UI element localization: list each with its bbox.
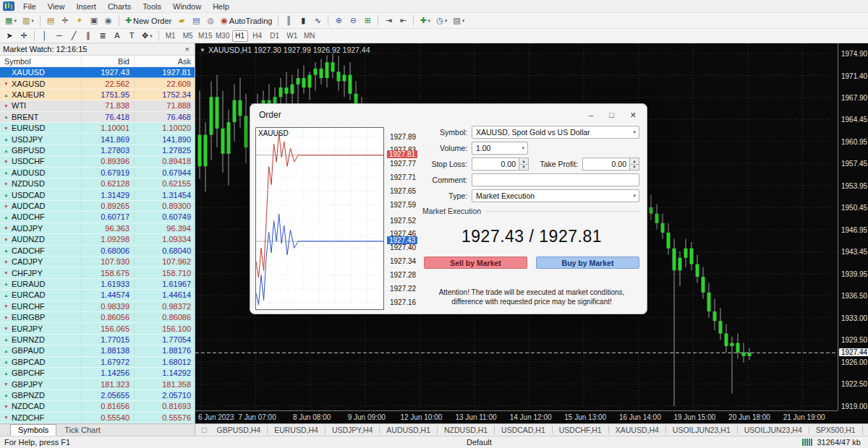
- volume-select[interactable]: 1.00 ▾: [472, 142, 528, 155]
- take-profit-spinner[interactable]: ▲▼: [630, 158, 639, 171]
- text-button[interactable]: A: [110, 30, 124, 43]
- timeframe-w1[interactable]: W1: [284, 30, 300, 42]
- timeframe-h4[interactable]: H4: [250, 30, 265, 42]
- market-watch-row-audusd[interactable]: ▲AUDUSD0.679190.67944: [0, 168, 195, 178]
- menu-window[interactable]: Window: [167, 1, 207, 12]
- market-watch-row-gbpjpy[interactable]: ▼GBPJPY181.323181.358: [0, 379, 195, 389]
- column-symbol[interactable]: Symbol: [0, 57, 81, 66]
- market-watch-row-nzdusd[interactable]: ▼NZDUSD0.621280.62155: [0, 178, 195, 189]
- dropdown-arrow-icon[interactable]: ▾: [150, 33, 153, 39]
- time-axis[interactable]: 6 Jun 20237 Jun 07:008 Jun 08:009 Jun 09…: [195, 410, 838, 423]
- chart-tab-gbpusd-h4[interactable]: GBPUSD,H4: [210, 426, 268, 434]
- market-watch-row-usdjpy[interactable]: ▲USDJPY141.869141.890: [0, 134, 195, 145]
- templates-button[interactable]: ▨▾: [450, 14, 467, 27]
- tab-tick-chart[interactable]: Tick Chart: [56, 424, 109, 436]
- sell-by-market-button[interactable]: Sell by Market: [424, 257, 527, 269]
- horizontal-line-button[interactable]: ─: [52, 30, 67, 43]
- dropdown-arrow-icon[interactable]: ▾: [462, 18, 465, 24]
- new-order-button[interactable]: ✚ New Order: [122, 14, 174, 27]
- periods-button[interactable]: ◷▾: [433, 14, 450, 27]
- menu-file[interactable]: File: [17, 1, 42, 12]
- data-window-button[interactable]: ✛: [58, 14, 72, 27]
- market-watch-row-eurchf[interactable]: ▼EURCHF0.983390.98372: [0, 301, 195, 312]
- autoscroll-button[interactable]: ⇥: [381, 14, 396, 27]
- take-profit-field[interactable]: 0.00 ▲▼: [582, 158, 639, 171]
- market-watch-row-audcad[interactable]: ▼AUDCAD0.892650.89300: [0, 201, 195, 212]
- new-chart-button[interactable]: ▦▾: [2, 14, 20, 27]
- market-watch-row-eurjpy[interactable]: ▼EURJPY156.065156.100: [0, 323, 195, 334]
- navigator-button[interactable]: ✦: [72, 14, 87, 27]
- chart-collapse-icon[interactable]: ▼: [200, 47, 205, 53]
- market-watch-row-gbpchf[interactable]: ▲GBPCHF1.142561.14292: [0, 368, 195, 379]
- tab-symbols[interactable]: Symbols: [10, 424, 56, 436]
- market-watch-row-cadjpy[interactable]: ▼CADJPY107.930107.962: [0, 257, 195, 267]
- menu-view[interactable]: View: [42, 1, 71, 12]
- chart-tab-usoiljun23-h4[interactable]: USOILJUN23,H4: [738, 426, 809, 434]
- zoom-in-button[interactable]: ⊕: [331, 14, 346, 27]
- column-bid[interactable]: Bid: [81, 56, 134, 66]
- chart-tab-spx500-h1[interactable]: SPX500,H1: [809, 426, 863, 434]
- maximize-icon[interactable]: □: [609, 111, 614, 119]
- market-watch-row-brent[interactable]: ▲BRENT76.41876.468: [0, 112, 195, 123]
- candle-chart-button[interactable]: ▮: [296, 14, 310, 27]
- market-watch-row-cadchf[interactable]: ▲CADCHF0.680060.68040: [0, 246, 195, 257]
- market-watch-titlebar[interactable]: Market Watch: 12:16:15 ×: [0, 43, 195, 56]
- toolbox-button[interactable]: ▣: [87, 14, 101, 27]
- order-dialog-titlebar[interactable]: Order – □ ✕: [250, 104, 647, 123]
- bar-chart-button[interactable]: ║: [281, 14, 296, 27]
- market-watch-row-xaueur[interactable]: ▲XAUEUR1751.951752.34: [0, 90, 195, 100]
- minimize-icon[interactable]: –: [589, 111, 593, 119]
- market-watch-row-gbpcad[interactable]: ▲GBPCAD1.679721.68012: [0, 357, 195, 368]
- market-watch-row-audnzd[interactable]: ▼AUDNZD1.092981.09334: [0, 234, 195, 245]
- timeframe-m15[interactable]: M15: [197, 30, 213, 42]
- dropdown-arrow-icon[interactable]: ▾: [31, 18, 34, 24]
- market-watch-button[interactable]: ▤: [43, 14, 58, 27]
- equidistant-channel-button[interactable]: ∥: [81, 30, 95, 43]
- menu-charts[interactable]: Charts: [102, 1, 137, 12]
- chart-tab-xauusd-h4[interactable]: XAUUSD,H4: [609, 426, 666, 434]
- timeframe-m5[interactable]: M5: [180, 30, 196, 42]
- comment-input[interactable]: [472, 173, 639, 186]
- trendline-button[interactable]: ╱: [67, 30, 81, 43]
- buy-by-market-button[interactable]: Buy by Market: [536, 257, 639, 269]
- market-watch-row-wti[interactable]: ▼WTI71.83871.888: [0, 100, 195, 111]
- chart-tab-usdchf-h1[interactable]: USDCHF,H1: [553, 426, 609, 434]
- dropdown-arrow-icon[interactable]: ▾: [14, 18, 17, 24]
- market-watch-row-xagusd[interactable]: ▼XAGUSD22.56222.609: [0, 78, 195, 89]
- market-watch-row-gbpusd[interactable]: ▲GBPUSD1.278031.27825: [0, 145, 195, 156]
- market-watch-row-eurcad[interactable]: ▲EURCAD1.445741.44614: [0, 290, 195, 301]
- symbol-select[interactable]: XAUUSD, Spot Gold vs US Dollar ▾: [472, 126, 639, 139]
- market-watch-row-usdchf[interactable]: ▼USDCHF0.893960.89418: [0, 156, 195, 167]
- deposit-button[interactable]: ▰: [174, 14, 189, 27]
- tile-windows-button[interactable]: ⊞: [360, 14, 375, 27]
- strategy-tester-button[interactable]: ◉: [101, 14, 116, 27]
- market-watch-row-usdcad[interactable]: ▲USDCAD1.314291.31454: [0, 189, 195, 200]
- market-watch-row-audjpy[interactable]: ▼AUDJPY96.36396.394: [0, 223, 195, 234]
- market-watch-row-xauusd[interactable]: ▲XAUUSD1927.431927.81: [0, 67, 195, 78]
- market-watch-row-nzdcad[interactable]: ▼NZDCAD0.816560.81693: [0, 401, 195, 412]
- label-button[interactable]: T: [124, 30, 139, 43]
- print-button[interactable]: ▤: [189, 14, 203, 27]
- cursor-button[interactable]: ➤: [2, 30, 17, 43]
- status-profile[interactable]: Default: [467, 438, 492, 447]
- chart-tab-usdcad-h1[interactable]: USDCAD,H1: [495, 426, 553, 434]
- timeframe-d1[interactable]: D1: [267, 30, 283, 42]
- market-watch-row-eurgbp[interactable]: ▼EURGBP0.860560.86086: [0, 312, 195, 323]
- shapes-button[interactable]: ✥▾: [139, 30, 156, 43]
- zoom-out-button[interactable]: ⊖: [346, 14, 360, 27]
- chart-tab-eurusd-h4[interactable]: EURUSD,H4: [268, 426, 326, 434]
- stop-loss-field[interactable]: 0.00 ▲▼: [472, 158, 529, 171]
- profiles-button[interactable]: ▥▾: [20, 14, 37, 27]
- market-watch-row-nzdchf[interactable]: ▼NZDCHF0.555400.55576: [0, 413, 195, 423]
- market-watch-row-eurnzd[interactable]: ▲EURNZD1.770151.77054: [0, 335, 195, 345]
- close-icon[interactable]: ×: [183, 45, 192, 53]
- spin-up-icon[interactable]: ▲: [630, 158, 639, 165]
- chart-tab-brent-h1[interactable]: BRENT,H1: [863, 426, 868, 434]
- menu-insert[interactable]: Insert: [70, 1, 102, 12]
- chart-tab-audusd-h1[interactable]: AUDUSD,H1: [380, 426, 438, 434]
- stop-loss-spinner[interactable]: ▲▼: [519, 158, 529, 171]
- order-type-select[interactable]: Market Execution ▾: [472, 189, 639, 202]
- community-button[interactable]: ◍: [203, 14, 218, 27]
- timeframe-m1[interactable]: M1: [163, 30, 179, 42]
- spin-up-icon[interactable]: ▲: [519, 158, 528, 165]
